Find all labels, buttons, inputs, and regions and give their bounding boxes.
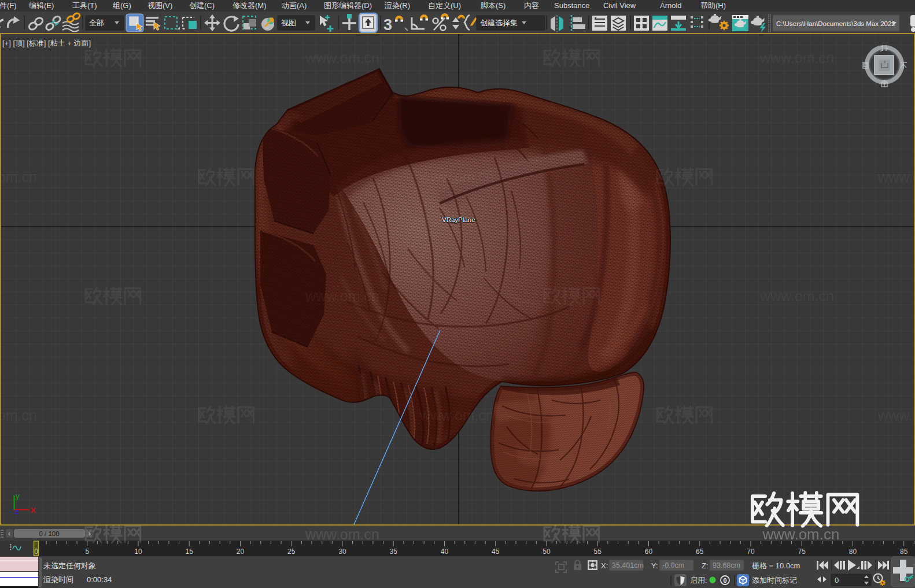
svg-text:60: 60 [645, 548, 653, 556]
svg-text:3: 3 [383, 16, 392, 34]
svg-text:启用:: 启用: [690, 576, 707, 585]
svg-text:80: 80 [849, 548, 857, 556]
svg-text:35: 35 [390, 548, 398, 556]
svg-text:0: 0 [723, 577, 726, 584]
svg-text:VRayPlane: VRayPlane [442, 216, 475, 223]
svg-text:Substance: Substance [554, 1, 589, 10]
svg-text:动画(A): 动画(A) [282, 1, 307, 10]
svg-text:65: 65 [696, 548, 704, 556]
svg-text:修改器(M): 修改器(M) [233, 1, 267, 10]
svg-text:自定义(U): 自定义(U) [428, 1, 461, 10]
svg-text:组(G): 组(G) [113, 1, 131, 10]
svg-text:15: 15 [186, 548, 194, 556]
svg-text:45: 45 [492, 548, 500, 556]
svg-text:未选定任何对象: 未选定任何对象 [43, 561, 96, 570]
svg-text:‹: ‹ [8, 530, 10, 538]
svg-text:z: z [15, 508, 19, 516]
svg-text:50: 50 [543, 548, 551, 556]
svg-text:85: 85 [900, 548, 908, 556]
svg-text:10: 10 [134, 548, 142, 556]
svg-text:视图: 视图 [281, 19, 296, 27]
svg-text:www.om.cn: www.om.cn [759, 288, 834, 304]
svg-text:内容: 内容 [524, 1, 539, 10]
svg-text:www.om.cn: www.om.cn [759, 50, 834, 66]
svg-text:Z:: Z: [702, 561, 709, 570]
svg-text:全部: 全部 [89, 19, 104, 27]
svg-text:视图(V): 视图(V) [147, 1, 172, 10]
svg-text:帮助(H): 帮助(H) [700, 1, 726, 10]
svg-text:5: 5 [85, 548, 89, 556]
svg-text:X:: X: [601, 561, 608, 570]
svg-text:93.68cm: 93.68cm [713, 561, 740, 569]
svg-text:y: y [16, 491, 20, 500]
svg-text:渲染时间: 渲染时间 [43, 575, 73, 584]
svg-text:创建(C): 创建(C) [189, 1, 215, 10]
svg-text:25: 25 [287, 548, 296, 556]
svg-text:40: 40 [441, 548, 449, 556]
svg-text:脚本(S): 脚本(S) [481, 1, 506, 10]
svg-text:-0.0cm: -0.0cm [662, 561, 684, 569]
svg-text:www.om.cn: www.om.cn [305, 50, 379, 66]
svg-text:www.om.cn: www.om.cn [0, 407, 37, 423]
svg-text:工具(T): 工具(T) [72, 1, 97, 10]
svg-text:55: 55 [594, 548, 602, 556]
svg-text:渲染(R): 渲染(R) [384, 1, 410, 10]
svg-text:Arnold: Arnold [660, 1, 682, 10]
svg-text:www.om.cn: www.om.cn [0, 169, 37, 185]
svg-text:0: 0 [34, 548, 38, 556]
svg-text:www.om.cn: www.om.cn [762, 526, 840, 543]
svg-text:[+] [顶] [标准] [粘土 + 边面]: [+] [顶] [标准] [粘土 + 边面] [2, 39, 91, 47]
svg-text:编辑(E): 编辑(E) [29, 1, 54, 10]
svg-text:添加时间标记: 添加时间标记 [752, 576, 797, 585]
svg-text:0 / 100: 0 / 100 [39, 530, 59, 537]
svg-text:0:00:34: 0:00:34 [87, 575, 112, 584]
svg-text:C:\Users\Han\Documents\3ds Max: C:\Users\Han\Documents\3ds Max 2022 [776, 20, 895, 27]
svg-text:www.om.cn: www.om.cn [419, 407, 494, 423]
svg-text:www.om.cn: www.om.cn [305, 288, 379, 304]
svg-text:文件(F): 文件(F) [0, 1, 17, 10]
svg-text:栅格 = 10.0cm: 栅格 = 10.0cm [752, 561, 800, 570]
svg-text:www.om.cn: www.om.cn [419, 169, 494, 185]
svg-text:Civil View: Civil View [603, 1, 636, 10]
svg-text:图形编辑器(D): 图形编辑器(D) [324, 1, 372, 10]
svg-text:www.om.cn: www.om.cn [305, 526, 379, 542]
svg-text:0: 0 [835, 576, 839, 585]
svg-text:35.401cm: 35.401cm [612, 561, 644, 569]
svg-text:Y:: Y: [651, 561, 658, 570]
svg-text:X: X [31, 506, 36, 515]
svg-text:70: 70 [747, 548, 755, 556]
svg-text:www.om.cn: www.om.cn [877, 169, 915, 185]
svg-text:创建选择集: 创建选择集 [480, 19, 518, 27]
svg-text:30: 30 [338, 548, 346, 556]
svg-text:75: 75 [798, 548, 806, 556]
svg-text:www.om.cn: www.om.cn [877, 407, 915, 423]
svg-text:20: 20 [237, 548, 245, 556]
